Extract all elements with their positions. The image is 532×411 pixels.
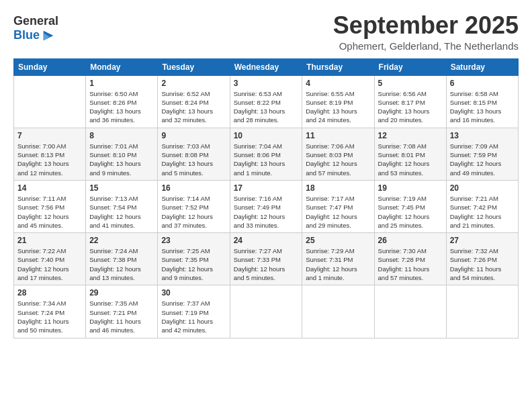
day-info: Sunrise: 7:34 AM Sunset: 7:24 PM Dayligh… — [17, 299, 82, 334]
table-row: 24Sunrise: 7:27 AM Sunset: 7:33 PM Dayli… — [230, 233, 302, 285]
month-title: September 2025 — [333, 12, 519, 39]
table-row: 20Sunrise: 7:21 AM Sunset: 7:42 PM Dayli… — [446, 180, 518, 232]
table-row: 23Sunrise: 7:25 AM Sunset: 7:35 PM Dayli… — [158, 233, 230, 285]
day-number: 2 — [161, 79, 226, 88]
day-info: Sunrise: 6:56 AM Sunset: 8:17 PM Dayligh… — [378, 89, 443, 125]
day-number: 6 — [450, 79, 515, 88]
day-number: 22 — [89, 236, 154, 245]
table-row: 25Sunrise: 7:29 AM Sunset: 7:31 PM Dayli… — [302, 233, 374, 285]
table-row: 15Sunrise: 7:13 AM Sunset: 7:54 PM Dayli… — [86, 180, 158, 232]
day-info: Sunrise: 7:35 AM Sunset: 7:21 PM Dayligh… — [89, 299, 154, 334]
day-number: 25 — [306, 236, 370, 245]
day-info: Sunrise: 7:06 AM Sunset: 8:03 PM Dayligh… — [306, 142, 370, 177]
table-row: 10Sunrise: 7:04 AM Sunset: 8:06 PM Dayli… — [230, 128, 302, 180]
calendar-table: Sunday Monday Tuesday Wednesday Thursday… — [13, 58, 519, 338]
table-row: 9Sunrise: 7:03 AM Sunset: 8:08 PM Daylig… — [158, 128, 230, 180]
day-info: Sunrise: 7:21 AM Sunset: 7:42 PM Dayligh… — [450, 194, 515, 230]
col-thursday: Thursday — [302, 58, 374, 75]
table-row: 22Sunrise: 7:24 AM Sunset: 7:38 PM Dayli… — [86, 233, 158, 285]
day-number: 23 — [161, 236, 226, 245]
day-info: Sunrise: 7:09 AM Sunset: 7:59 PM Dayligh… — [450, 142, 515, 177]
table-row: 5Sunrise: 6:56 AM Sunset: 8:17 PM Daylig… — [374, 75, 446, 128]
logo-icon — [41, 28, 56, 43]
table-row: 19Sunrise: 7:19 AM Sunset: 7:45 PM Dayli… — [374, 180, 446, 232]
table-row: 12Sunrise: 7:08 AM Sunset: 8:01 PM Dayli… — [374, 128, 446, 180]
day-number: 14 — [17, 183, 82, 193]
day-info: Sunrise: 7:16 AM Sunset: 7:49 PM Dayligh… — [234, 194, 299, 230]
day-number: 4 — [306, 79, 370, 88]
day-number: 27 — [450, 236, 515, 245]
day-number: 1 — [89, 79, 154, 88]
day-number: 24 — [234, 236, 299, 245]
table-row: 6Sunrise: 6:58 AM Sunset: 8:15 PM Daylig… — [446, 75, 518, 128]
day-number: 5 — [378, 79, 443, 88]
table-row: 29Sunrise: 7:35 AM Sunset: 7:21 PM Dayli… — [86, 285, 158, 338]
day-number: 3 — [234, 79, 299, 88]
table-row: 21Sunrise: 7:22 AM Sunset: 7:40 PM Dayli… — [14, 233, 86, 285]
col-wednesday: Wednesday — [230, 58, 302, 75]
day-info: Sunrise: 6:53 AM Sunset: 8:22 PM Dayligh… — [234, 89, 299, 125]
day-info: Sunrise: 6:58 AM Sunset: 8:15 PM Dayligh… — [450, 89, 515, 125]
day-number: 13 — [450, 131, 515, 140]
day-info: Sunrise: 6:52 AM Sunset: 8:24 PM Dayligh… — [161, 89, 226, 125]
day-number: 8 — [89, 131, 154, 140]
table-row: 26Sunrise: 7:30 AM Sunset: 7:28 PM Dayli… — [374, 233, 446, 285]
table-row — [230, 285, 302, 338]
day-info: Sunrise: 7:24 AM Sunset: 7:38 PM Dayligh… — [89, 246, 154, 282]
calendar-week-1: 1Sunrise: 6:50 AM Sunset: 8:26 PM Daylig… — [14, 75, 519, 128]
subtitle: Ophemert, Gelderland, The Netherlands — [333, 40, 519, 52]
table-row: 13Sunrise: 7:09 AM Sunset: 7:59 PM Dayli… — [446, 128, 518, 180]
table-row: 14Sunrise: 7:11 AM Sunset: 7:56 PM Dayli… — [14, 180, 86, 232]
logo-general: General — [13, 15, 58, 28]
day-info: Sunrise: 7:17 AM Sunset: 7:47 PM Dayligh… — [306, 194, 370, 230]
col-friday: Friday — [374, 58, 446, 75]
day-info: Sunrise: 7:29 AM Sunset: 7:31 PM Dayligh… — [306, 246, 370, 282]
col-tuesday: Tuesday — [158, 58, 230, 75]
table-row: 11Sunrise: 7:06 AM Sunset: 8:03 PM Dayli… — [302, 128, 374, 180]
page: General Blue September 2025 Ophemert, Ge… — [0, 0, 532, 411]
day-info: Sunrise: 7:25 AM Sunset: 7:35 PM Dayligh… — [161, 246, 226, 282]
table-row: 16Sunrise: 7:14 AM Sunset: 7:52 PM Dayli… — [158, 180, 230, 232]
day-info: Sunrise: 6:55 AM Sunset: 8:19 PM Dayligh… — [306, 89, 370, 125]
day-number: 26 — [378, 236, 443, 245]
table-row — [302, 285, 374, 338]
table-row: 17Sunrise: 7:16 AM Sunset: 7:49 PM Dayli… — [230, 180, 302, 232]
day-info: Sunrise: 7:00 AM Sunset: 8:13 PM Dayligh… — [17, 142, 82, 177]
day-number: 16 — [161, 183, 226, 193]
day-number: 28 — [17, 288, 82, 298]
day-number: 21 — [17, 236, 82, 245]
day-number: 19 — [378, 183, 443, 193]
table-row: 18Sunrise: 7:17 AM Sunset: 7:47 PM Dayli… — [302, 180, 374, 232]
calendar-week-4: 21Sunrise: 7:22 AM Sunset: 7:40 PM Dayli… — [14, 233, 519, 285]
day-number: 29 — [89, 288, 154, 298]
calendar-header-row: Sunday Monday Tuesday Wednesday Thursday… — [14, 58, 519, 75]
day-info: Sunrise: 7:22 AM Sunset: 7:40 PM Dayligh… — [17, 246, 82, 282]
table-row — [14, 75, 86, 128]
day-info: Sunrise: 7:32 AM Sunset: 7:26 PM Dayligh… — [450, 246, 515, 282]
day-number: 9 — [161, 131, 226, 140]
day-number: 7 — [17, 131, 82, 140]
day-number: 12 — [378, 131, 443, 140]
day-info: Sunrise: 7:11 AM Sunset: 7:56 PM Dayligh… — [17, 194, 82, 230]
day-number: 10 — [234, 131, 299, 140]
day-info: Sunrise: 7:30 AM Sunset: 7:28 PM Dayligh… — [378, 246, 443, 282]
table-row: 8Sunrise: 7:01 AM Sunset: 8:10 PM Daylig… — [86, 128, 158, 180]
table-row: 30Sunrise: 7:37 AM Sunset: 7:19 PM Dayli… — [158, 285, 230, 338]
table-row — [374, 285, 446, 338]
day-info: Sunrise: 6:50 AM Sunset: 8:26 PM Dayligh… — [89, 89, 154, 125]
calendar-week-2: 7Sunrise: 7:00 AM Sunset: 8:13 PM Daylig… — [14, 128, 519, 180]
title-block: September 2025 Ophemert, Gelderland, The… — [333, 12, 519, 52]
logo: General Blue — [13, 15, 58, 43]
table-row: 2Sunrise: 6:52 AM Sunset: 8:24 PM Daylig… — [158, 75, 230, 128]
col-saturday: Saturday — [446, 58, 518, 75]
table-row — [446, 285, 518, 338]
table-row: 1Sunrise: 6:50 AM Sunset: 8:26 PM Daylig… — [86, 75, 158, 128]
day-number: 20 — [450, 183, 515, 193]
day-number: 17 — [234, 183, 299, 193]
day-number: 11 — [306, 131, 370, 140]
table-row: 28Sunrise: 7:34 AM Sunset: 7:24 PM Dayli… — [14, 285, 86, 338]
day-info: Sunrise: 7:37 AM Sunset: 7:19 PM Dayligh… — [161, 299, 226, 334]
table-row: 27Sunrise: 7:32 AM Sunset: 7:26 PM Dayli… — [446, 233, 518, 285]
day-info: Sunrise: 7:14 AM Sunset: 7:52 PM Dayligh… — [161, 194, 226, 230]
day-info: Sunrise: 7:13 AM Sunset: 7:54 PM Dayligh… — [89, 194, 154, 230]
